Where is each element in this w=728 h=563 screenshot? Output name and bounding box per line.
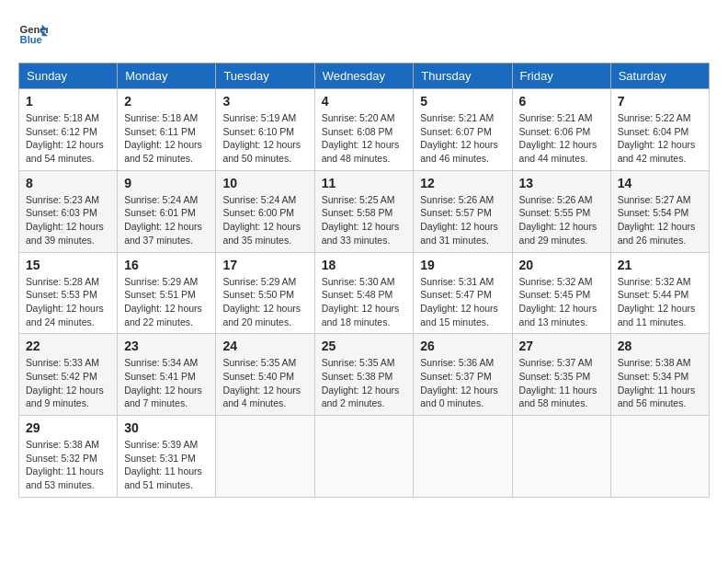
day-number: 30 (124, 420, 209, 435)
calendar-cell: 18Sunrise: 5:30 AMSunset: 5:48 PMDayligh… (314, 252, 414, 334)
calendar-cell: 22Sunrise: 5:33 AMSunset: 5:42 PMDayligh… (19, 334, 118, 416)
calendar-cell: 10Sunrise: 5:24 AMSunset: 6:00 PMDayligh… (216, 170, 314, 252)
day-info: Sunrise: 5:18 AMSunset: 6:12 PMDaylight:… (26, 111, 110, 166)
calendar-week-row: 22Sunrise: 5:33 AMSunset: 5:42 PMDayligh… (19, 334, 710, 416)
day-number: 22 (26, 339, 110, 353)
day-of-week-header: Sunday (19, 63, 118, 89)
day-number: 21 (618, 258, 702, 272)
day-number: 25 (322, 339, 407, 353)
day-of-week-header: Tuesday (216, 63, 314, 89)
calendar-cell: 30Sunrise: 5:39 AMSunset: 5:31 PMDayligh… (118, 416, 216, 498)
day-info: Sunrise: 5:38 AMSunset: 5:32 PMDaylight:… (26, 438, 110, 492)
calendar-cell: 23Sunrise: 5:34 AMSunset: 5:41 PMDayligh… (118, 334, 216, 416)
day-info: Sunrise: 5:32 AMSunset: 5:44 PMDaylight:… (618, 275, 702, 329)
day-info: Sunrise: 5:39 AMSunset: 5:31 PMDaylight:… (124, 438, 209, 492)
day-info: Sunrise: 5:37 AMSunset: 5:35 PMDaylight:… (519, 356, 604, 410)
day-info: Sunrise: 5:24 AMSunset: 6:00 PMDaylight:… (222, 193, 307, 247)
calendar-cell (216, 416, 314, 498)
day-of-week-header: Saturday (610, 63, 709, 89)
calendar-cell: 5Sunrise: 5:21 AMSunset: 6:07 PMDaylight… (414, 89, 512, 171)
day-info: Sunrise: 5:35 AMSunset: 5:38 PMDaylight:… (322, 356, 407, 410)
day-number: 8 (26, 176, 110, 190)
calendar-cell (512, 416, 610, 498)
calendar-cell: 24Sunrise: 5:35 AMSunset: 5:40 PMDayligh… (216, 334, 314, 416)
day-number: 27 (519, 339, 604, 353)
day-info: Sunrise: 5:19 AMSunset: 6:10 PMDaylight:… (222, 111, 307, 166)
day-of-week-header: Wednesday (314, 63, 414, 89)
day-info: Sunrise: 5:34 AMSunset: 5:41 PMDaylight:… (124, 356, 209, 410)
day-info: Sunrise: 5:25 AMSunset: 5:58 PMDaylight:… (322, 193, 407, 247)
calendar-cell: 28Sunrise: 5:38 AMSunset: 5:34 PMDayligh… (610, 334, 709, 416)
day-info: Sunrise: 5:26 AMSunset: 5:57 PMDaylight:… (420, 193, 505, 247)
calendar-table: SundayMondayTuesdayWednesdayThursdayFrid… (18, 63, 710, 498)
page-header: General Blue (18, 18, 710, 48)
logo-icon: General Blue (18, 18, 48, 48)
day-number: 17 (222, 258, 307, 272)
day-number: 18 (322, 258, 407, 272)
calendar-cell: 13Sunrise: 5:26 AMSunset: 5:55 PMDayligh… (512, 170, 610, 252)
day-of-week-header: Friday (512, 63, 610, 89)
day-number: 20 (519, 258, 604, 272)
day-of-week-header: Monday (118, 63, 216, 89)
svg-text:Blue: Blue (20, 34, 42, 45)
day-number: 2 (124, 94, 209, 109)
calendar-cell: 25Sunrise: 5:35 AMSunset: 5:38 PMDayligh… (314, 334, 414, 416)
day-number: 9 (124, 176, 209, 190)
day-info: Sunrise: 5:29 AMSunset: 5:51 PMDaylight:… (124, 275, 209, 329)
day-number: 19 (420, 258, 505, 272)
day-info: Sunrise: 5:24 AMSunset: 6:01 PMDaylight:… (124, 193, 209, 247)
calendar-cell: 3Sunrise: 5:19 AMSunset: 6:10 PMDaylight… (216, 89, 314, 171)
day-info: Sunrise: 5:18 AMSunset: 6:11 PMDaylight:… (124, 111, 209, 166)
calendar-cell: 26Sunrise: 5:36 AMSunset: 5:37 PMDayligh… (414, 334, 512, 416)
day-info: Sunrise: 5:28 AMSunset: 5:53 PMDaylight:… (26, 275, 110, 329)
calendar-week-row: 8Sunrise: 5:23 AMSunset: 6:03 PMDaylight… (19, 170, 710, 252)
day-number: 7 (618, 94, 702, 109)
calendar-cell: 16Sunrise: 5:29 AMSunset: 5:51 PMDayligh… (118, 252, 216, 334)
day-number: 13 (519, 176, 604, 190)
day-info: Sunrise: 5:31 AMSunset: 5:47 PMDaylight:… (420, 275, 505, 329)
day-info: Sunrise: 5:23 AMSunset: 6:03 PMDaylight:… (26, 193, 110, 247)
day-number: 10 (222, 176, 307, 190)
calendar-cell: 4Sunrise: 5:20 AMSunset: 6:08 PMDaylight… (314, 89, 414, 171)
day-info: Sunrise: 5:38 AMSunset: 5:34 PMDaylight:… (618, 356, 702, 410)
day-number: 26 (420, 339, 505, 353)
day-number: 14 (618, 176, 702, 190)
calendar-cell: 27Sunrise: 5:37 AMSunset: 5:35 PMDayligh… (512, 334, 610, 416)
day-info: Sunrise: 5:32 AMSunset: 5:45 PMDaylight:… (519, 275, 604, 329)
day-number: 1 (26, 94, 110, 109)
day-number: 4 (322, 94, 407, 109)
day-number: 15 (26, 258, 110, 272)
calendar-cell: 1Sunrise: 5:18 AMSunset: 6:12 PMDaylight… (19, 89, 118, 171)
day-info: Sunrise: 5:20 AMSunset: 6:08 PMDaylight:… (322, 111, 407, 166)
calendar-cell: 14Sunrise: 5:27 AMSunset: 5:54 PMDayligh… (610, 170, 709, 252)
day-number: 11 (322, 176, 407, 190)
calendar-cell: 7Sunrise: 5:22 AMSunset: 6:04 PMDaylight… (610, 89, 709, 171)
day-number: 3 (222, 94, 307, 109)
calendar-cell: 20Sunrise: 5:32 AMSunset: 5:45 PMDayligh… (512, 252, 610, 334)
day-info: Sunrise: 5:35 AMSunset: 5:40 PMDaylight:… (222, 356, 307, 410)
calendar-cell: 6Sunrise: 5:21 AMSunset: 6:06 PMDaylight… (512, 89, 610, 171)
day-number: 29 (26, 420, 110, 435)
calendar-cell: 8Sunrise: 5:23 AMSunset: 6:03 PMDaylight… (19, 170, 118, 252)
day-info: Sunrise: 5:29 AMSunset: 5:50 PMDaylight:… (222, 275, 307, 329)
day-info: Sunrise: 5:36 AMSunset: 5:37 PMDaylight:… (420, 356, 505, 410)
day-number: 12 (420, 176, 505, 190)
calendar-cell: 21Sunrise: 5:32 AMSunset: 5:44 PMDayligh… (610, 252, 709, 334)
day-number: 5 (420, 94, 505, 109)
day-number: 23 (124, 339, 209, 353)
calendar-cell: 9Sunrise: 5:24 AMSunset: 6:01 PMDaylight… (118, 170, 216, 252)
calendar-cell: 2Sunrise: 5:18 AMSunset: 6:11 PMDaylight… (118, 89, 216, 171)
calendar-week-row: 1Sunrise: 5:18 AMSunset: 6:12 PMDaylight… (19, 89, 710, 171)
day-info: Sunrise: 5:27 AMSunset: 5:54 PMDaylight:… (618, 193, 702, 247)
day-info: Sunrise: 5:22 AMSunset: 6:04 PMDaylight:… (618, 111, 702, 166)
calendar-cell (610, 416, 709, 498)
day-number: 28 (618, 339, 702, 353)
calendar-cell: 19Sunrise: 5:31 AMSunset: 5:47 PMDayligh… (414, 252, 512, 334)
day-of-week-header: Thursday (414, 63, 512, 89)
day-info: Sunrise: 5:33 AMSunset: 5:42 PMDaylight:… (26, 356, 110, 410)
calendar-cell: 11Sunrise: 5:25 AMSunset: 5:58 PMDayligh… (314, 170, 414, 252)
day-info: Sunrise: 5:30 AMSunset: 5:48 PMDaylight:… (322, 275, 407, 329)
day-info: Sunrise: 5:26 AMSunset: 5:55 PMDaylight:… (519, 193, 604, 247)
calendar-header-row: SundayMondayTuesdayWednesdayThursdayFrid… (19, 63, 710, 89)
calendar-cell: 29Sunrise: 5:38 AMSunset: 5:32 PMDayligh… (19, 416, 118, 498)
